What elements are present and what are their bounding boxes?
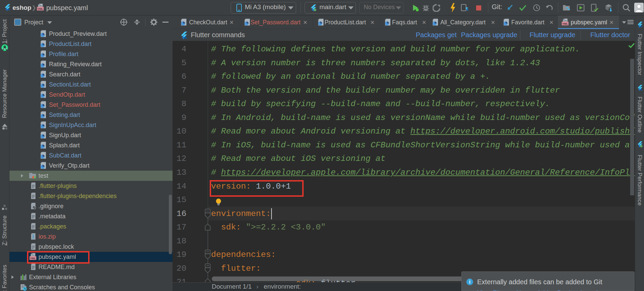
svg-text:YML: YML bbox=[562, 22, 568, 25]
svg-text:YML: YML bbox=[37, 7, 43, 10]
